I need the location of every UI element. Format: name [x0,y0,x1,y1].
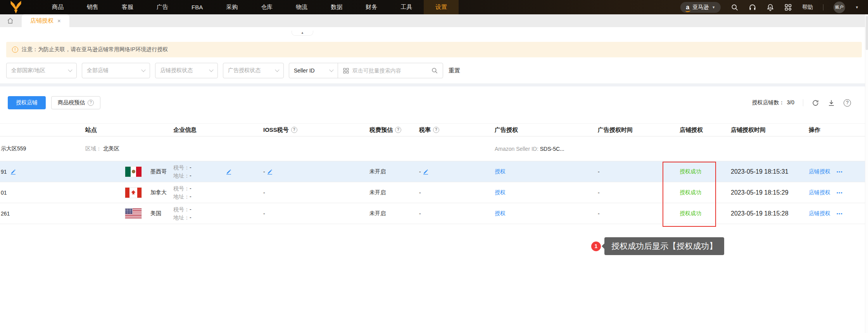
tab-store-authorization[interactable]: 店铺授权 × [22,14,69,27]
tax-estimate-cell: 未开启 [366,168,417,175]
nav-item-service[interactable]: 客服 [110,0,145,14]
group-row: 示大区559 区域： 北美区 Amazon Seller ID: SDS-5C.… [0,136,868,161]
nav-divider [823,4,823,10]
reset-button[interactable]: 重置 [449,67,460,74]
nav-item-logistics[interactable]: 物流 [284,0,319,14]
tax-rate-cell: - [417,190,488,196]
ad-auth-time-cell: - [593,210,675,217]
ad-authorize-link[interactable]: 授权 [495,210,506,217]
site-cell: 墨西哥 [125,166,167,177]
country-name: 美国 [150,210,161,217]
store-authorize-link[interactable]: 店铺授权 [809,189,830,196]
country-region-select[interactable]: 全部国家/地区 [6,63,77,78]
canada-flag [125,187,142,198]
download-icon[interactable] [828,99,835,107]
batch-search-icon[interactable] [343,67,349,74]
authorized-count-label: 授权店铺数： [752,99,785,106]
help-link[interactable]: 帮助 [802,4,813,11]
nav-item-settings[interactable]: 设置 [424,0,459,14]
store-auth-time: 2023-05-19 18:15:31 [731,168,789,175]
nav-item-ads[interactable]: 广告 [145,0,180,14]
annotation-number-badge: 1 [591,242,601,251]
site-cell: 加拿大 [125,187,167,198]
vertical-scrollbar[interactable] [865,14,868,333]
more-actions-icon[interactable]: ••• [837,169,843,174]
seller-id-field-select[interactable]: Seller ID [289,63,338,78]
account-avatar[interactable]: 账户 [833,2,845,13]
question-circle-icon[interactable]: ? [395,127,401,133]
ad-authorize-link[interactable]: 授权 [495,189,506,196]
table-header-row: 站点 企业信息 IOSS税号? 税费预估? 税率? 广告授权 广告授权时间 店铺… [0,123,868,136]
col-ioss: IOSS税号? [258,126,366,134]
amazon-logo-icon: a [686,4,689,10]
table-row: 91 墨西哥 税号：- 地址：- - 未开启 - 授权 [0,161,868,182]
store-authorize-link[interactable]: 店铺授权 [809,168,830,175]
ad-auth-status-select[interactable]: 广告授权状态 [223,63,284,78]
more-actions-icon[interactable]: ••• [837,211,843,216]
nav-item-data[interactable]: 数据 [319,0,354,14]
edit-icon[interactable] [226,169,232,175]
edit-icon[interactable] [267,169,273,175]
refresh-icon[interactable] [812,99,819,107]
app-grid-icon[interactable] [784,3,792,11]
table-toolbar: 授权店铺 商品税预估 ? 授权店铺数： 3/0 ? [8,96,851,110]
chevron-down-icon [209,67,213,72]
ad-auth-time-cell: - [593,169,675,175]
store-authorize-link[interactable]: 店铺授权 [809,210,830,217]
scrollbar-thumb[interactable] [866,16,868,50]
nav-item-sales[interactable]: 销售 [75,0,110,14]
nav-right-group: a 亚马逊 ▼ 帮助 账户 ▼ [680,2,868,13]
tax-estimate-cell: 未开启 [366,210,417,217]
col-site: 站点 [70,126,171,134]
nav-item-finance[interactable]: 财务 [354,0,389,14]
edit-icon[interactable] [423,169,429,175]
search-input[interactable] [352,67,428,74]
app-logo-icon[interactable] [10,1,22,14]
col-action: 操作 [802,126,868,134]
mexico-flag [125,166,142,177]
nav-item-warehouse[interactable]: 仓库 [249,0,284,14]
collapse-filters-handle[interactable]: ▲ [292,31,313,36]
account-chevron-down-icon[interactable]: ▼ [855,5,859,9]
tab-label: 店铺授权 [30,17,53,24]
col-store-auth: 店铺授权 [675,126,725,134]
edit-icon[interactable] [10,169,16,175]
product-tax-estimate-button[interactable]: 商品税预估 ? [51,96,100,109]
search-input-wrap [338,63,443,78]
platform-label: 亚马逊 [692,4,709,11]
nav-item-purchase[interactable]: 采购 [214,0,249,14]
search-icon[interactable] [431,67,438,74]
close-icon[interactable]: × [57,17,61,24]
question-circle-icon[interactable]: ? [291,127,297,133]
chevron-down-icon [68,67,72,72]
group-seller-id: Amazon Seller ID: SDS-5C... [488,146,593,152]
auth-status-badge: 授权成功 [680,210,701,217]
bell-icon[interactable] [766,3,774,11]
store-select[interactable]: 全部店铺 [82,63,150,78]
store-id-fragment: 91 [1,169,16,175]
ad-auth-time-cell: - [593,190,675,196]
search-icon[interactable] [731,3,739,11]
store-value: 全部店铺 [87,67,109,74]
more-actions-icon[interactable]: ••• [837,190,843,195]
platform-switcher[interactable]: a 亚马逊 ▼ [680,2,721,13]
store-auth-time: 2023-05-19 18:15:29 [731,189,789,196]
ad-authorize-link[interactable]: 授权 [495,168,506,175]
top-nav: 商品 销售 客服 广告 FBA 采购 仓库 物流 数据 财务 工具 设置 a 亚… [0,0,868,14]
home-tab[interactable] [0,14,20,27]
headset-icon[interactable] [749,3,756,11]
tab-bar: 店铺授权 × [0,14,868,27]
ioss-cell: - [258,190,366,196]
chevron-down-icon [141,67,145,72]
nav-item-tools[interactable]: 工具 [389,0,424,14]
authorize-store-button[interactable]: 授权店铺 [8,96,46,109]
help-circle-icon[interactable]: ? [844,99,851,107]
store-auth-status-select[interactable]: 店铺授权状态 [155,63,218,78]
store-auth-time: 2023-05-19 18:15:28 [731,210,789,217]
col-tax-estimate: 税费预估? [366,126,417,134]
nav-item-fba[interactable]: FBA [180,0,214,14]
store-id-fragment: 01 [1,190,7,196]
question-circle-icon[interactable]: ? [433,127,439,133]
question-circle-icon[interactable]: ? [88,100,94,106]
nav-item-products[interactable]: 商品 [40,0,75,14]
